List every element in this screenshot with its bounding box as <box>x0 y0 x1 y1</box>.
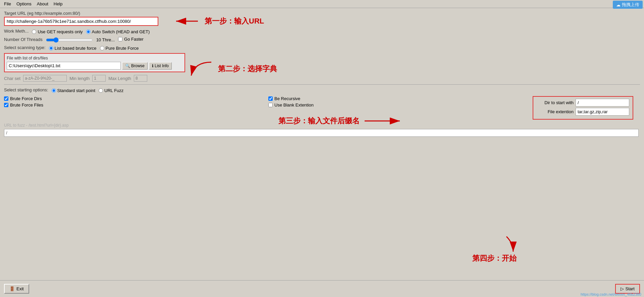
step3-text: 第三步：输入文件后缀名 <box>278 116 360 126</box>
menubar: File Options About Help ☁ 拖拽上传 <box>0 0 644 8</box>
target-url-input[interactable] <box>4 17 158 26</box>
url-fuzz-radio[interactable]: URL Fuzz <box>99 88 123 93</box>
step2-arrow-icon <box>188 59 215 79</box>
file-list-box: File with list of dirs/files 🔍 Browse ℹ … <box>4 53 185 72</box>
menu-about[interactable]: About <box>34 1 51 7</box>
step1-arrow-icon <box>174 16 201 26</box>
brute-force-files-checkbox[interactable]: Brute Force Files <box>4 102 262 108</box>
url-fuzz-input[interactable] <box>4 129 639 137</box>
be-recursive-checkbox[interactable]: Be Recursive <box>268 96 526 101</box>
dir-to-start-row: Dir to start with <box>537 99 629 107</box>
file-path-input[interactable] <box>7 62 121 70</box>
menu-file[interactable]: File <box>1 1 14 7</box>
file-list-section: File with list of dirs/files 🔍 Browse ℹ … <box>4 53 640 72</box>
step4-annotation: 第四步：开始 <box>472 233 517 263</box>
starting-options-row: Select starting options: Standard start … <box>4 87 640 93</box>
list-info-icon: ℹ <box>152 63 154 68</box>
dir-to-start-input[interactable] <box>576 99 629 107</box>
max-length-input[interactable] <box>134 75 147 82</box>
threads-label: Number Of Threads <box>4 37 43 42</box>
step4-arrow-icon <box>490 233 517 253</box>
step4-text: 第四步：开始 <box>472 254 517 262</box>
get-requests-radio[interactable]: Use GET requests only <box>32 29 83 34</box>
footer-link: https://blog.csdn.net/weixin_46b2380 <box>581 292 641 296</box>
threads-row: Number Of Threads 10 Thre... Go Faster <box>4 37 640 43</box>
list-info-button[interactable]: ℹ List Info <box>149 62 172 70</box>
target-url-label: Target URL (eg http://example.com:80/) <box>4 11 640 16</box>
dir-to-start-label: Dir to start with <box>537 100 574 105</box>
scanning-type-row: Select scanning type: List based brute f… <box>4 45 640 51</box>
step2-annotation: 第二步：选择字典 <box>188 59 277 79</box>
step1-annotation: 第一步：输入URL <box>174 16 264 26</box>
bottom-bar: 🚪 Exit ▷ Start <box>0 280 644 297</box>
menu-help[interactable]: Help <box>51 1 65 7</box>
pure-brute-radio[interactable]: Pure Brute Force <box>100 46 139 51</box>
browse-button[interactable]: 🔍 Browse <box>122 62 148 70</box>
charset-row: Char set Min length Max Length <box>4 75 640 82</box>
file-row: 🔍 Browse ℹ List Info <box>7 62 182 70</box>
start-icon: ▷ <box>621 286 624 291</box>
work-method-row: Work Meth... Use GET requests only Auto … <box>4 29 640 35</box>
step1-text: 第一步：输入URL <box>205 16 264 26</box>
url-row <box>4 17 640 26</box>
upload-icon: ☁ <box>616 2 621 7</box>
step2-text: 第二步：选择字典 <box>218 64 277 74</box>
separator1 <box>4 84 640 85</box>
exit-icon: 🚪 <box>9 286 15 291</box>
min-length-input[interactable] <box>92 75 106 82</box>
step3-annotation: 第三步：输入文件后缀名 <box>278 116 403 126</box>
right-options: Dir to start with File extention <box>533 96 633 120</box>
use-blank-extension-checkbox[interactable]: Use Blank Extention <box>268 102 526 108</box>
list-based-radio[interactable]: List based brute force <box>49 46 97 51</box>
file-extension-row: File extention <box>537 108 629 116</box>
browse-icon: 🔍 <box>125 63 130 68</box>
menu-options[interactable]: Options <box>14 1 34 7</box>
upload-button[interactable]: ☁ 拖拽上传 <box>613 1 643 9</box>
min-length-label: Min length <box>69 76 90 81</box>
standard-start-radio[interactable]: Standard start point <box>52 88 95 93</box>
threads-slider[interactable] <box>46 37 93 43</box>
charset-label: Char set <box>4 76 20 81</box>
file-list-label: File with list of dirs/files <box>7 56 182 60</box>
file-extension-label: File extention <box>537 109 574 114</box>
step3-arrow-icon <box>363 116 403 126</box>
starting-options-label: Select starting options: <box>4 87 48 92</box>
go-faster-checkbox[interactable]: Go Faster <box>118 37 144 42</box>
left-options: Brute Force Dirs Brute Force Files <box>4 96 262 120</box>
brute-force-dirs-checkbox[interactable]: Brute Force Dirs <box>4 96 262 101</box>
auto-switch-radio[interactable]: Auto Switch (HEAD and GET) <box>86 29 150 34</box>
target-url-section: Target URL (eg http://example.com:80/) <box>4 11 640 26</box>
exit-button[interactable]: 🚪 Exit <box>4 284 29 294</box>
main-content: Target URL (eg http://example.com:80/) 第… <box>0 8 644 139</box>
extension-box: Dir to start with File extention <box>533 96 633 120</box>
max-length-label: Max Length <box>108 76 131 81</box>
scanning-type-label: Select scanning type: <box>4 45 46 50</box>
file-extension-input[interactable] <box>576 108 629 116</box>
work-method-label: Work Meth... <box>4 29 29 34</box>
charset-input[interactable] <box>23 75 67 82</box>
threads-display: 10 Thre... <box>96 37 115 42</box>
